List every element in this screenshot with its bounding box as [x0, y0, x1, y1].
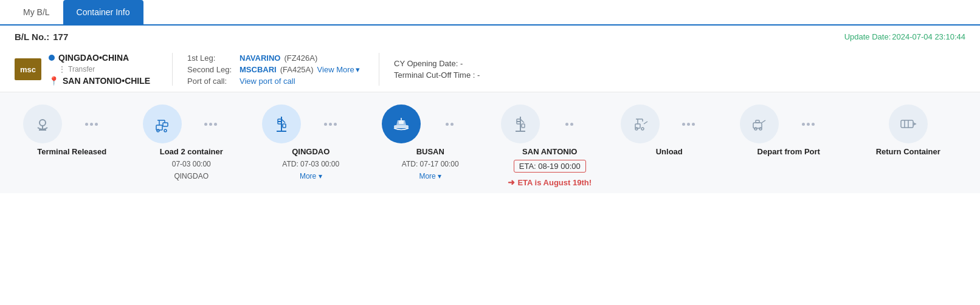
dots-after-qingdao — [301, 123, 359, 126]
san-antonio-eta-box: ETA: 08-19 00:00 — [514, 160, 586, 173]
leg2-vessel-link[interactable]: MSCBARI — [240, 65, 277, 74]
node-terminal-released: Terminal Released — [23, 105, 120, 156]
timeline-section: Terminal Released — [0, 92, 980, 193]
terminal-released-circle — [23, 105, 62, 143]
tab-container-info[interactable]: Container Info — [63, 0, 143, 24]
header-row: B/L No.: 177 Update Date: 2024-07-04 23:… — [0, 26, 980, 47]
load-container-sub2: QINGDAO — [174, 172, 209, 180]
view-more-link[interactable]: View More ▾ — [317, 65, 360, 74]
busan-label: BUSAN — [416, 147, 444, 156]
svg-rect-13 — [283, 124, 286, 128]
node-busan: BUSAN ATD: 07-17 00:00 More ▾ — [382, 105, 479, 180]
leg1-label: 1st Leg: — [187, 53, 236, 63]
origin-name: QINGDAO•CHINA — [58, 53, 129, 63]
leg2-code: (FA425A) — [280, 65, 314, 74]
depart-label: Depart from Port — [757, 147, 820, 156]
dots-after-load — [182, 123, 240, 126]
update-date-value: 2024-07-04 23:10:44 — [892, 32, 965, 41]
node-return-container: Return Container — [860, 105, 957, 156]
node-san-antonio: SAN ANTONIO ETA: 08-19 00:00 ➜ ETA is Au… — [501, 105, 598, 187]
update-date-label: Update Date: — [844, 32, 891, 41]
busan-sub: ATD: 07-17 00:00 — [402, 160, 459, 168]
unload-label: Unload — [656, 147, 683, 156]
san-antonio-label: SAN ANTONIO — [522, 147, 577, 156]
svg-rect-14 — [394, 125, 409, 128]
terminal-released-label: Terminal Released — [37, 147, 106, 156]
dots-after-busan — [421, 123, 479, 126]
cutoff-block: CY Opening Date: - Terminal Cut-Off Time… — [379, 53, 494, 86]
qingdao-more-link[interactable]: More ▾ — [300, 172, 322, 180]
svg-point-7 — [157, 129, 159, 132]
dots-after-terminal — [62, 123, 120, 126]
svg-point-0 — [40, 120, 46, 126]
svg-line-30 — [762, 120, 765, 123]
load-container-circle — [143, 105, 182, 143]
leg1-row: 1st Leg: NAVARINO (FZ426A) — [187, 53, 364, 63]
view-port-of-call-link[interactable]: View port of call — [240, 77, 295, 86]
cy-opening-row: CY Opening Date: - — [394, 59, 480, 68]
terminal-cutoff-row: Terminal Cut-Off Time : - — [394, 70, 480, 80]
eta-arrow-icon: ➜ — [508, 177, 515, 187]
transfer-label: ⋮ Transfer — [49, 65, 150, 74]
qingdao-sub: ATD: 07-03 00:00 — [282, 160, 339, 168]
node-depart: Depart from Port — [740, 105, 837, 156]
svg-point-8 — [164, 129, 167, 132]
terminal-cutoff-value: - — [477, 70, 480, 80]
leg1-vessel-link[interactable]: NAVARINO — [240, 53, 280, 63]
dots-after-san-antonio — [540, 123, 598, 126]
svg-point-32 — [759, 128, 762, 130]
carrier-logo: msc — [15, 58, 41, 80]
port-origin: QINGDAO•CHINA — [49, 53, 150, 63]
busan-more-link[interactable]: More ▾ — [419, 172, 441, 180]
svg-rect-33 — [901, 120, 913, 128]
dots-after-depart — [779, 123, 837, 126]
leg1-code: (FZ426A) — [284, 53, 317, 63]
cy-opening-value: - — [460, 59, 463, 68]
chevron-down-icon: ▾ — [356, 65, 360, 74]
origin-dot — [49, 55, 55, 61]
svg-point-27 — [641, 128, 644, 130]
unload-circle — [621, 105, 660, 143]
return-container-circle — [889, 105, 928, 143]
load-container-label: Load 2 container — [160, 147, 223, 156]
svg-point-26 — [635, 128, 638, 130]
destination-pin-icon: 📍 — [49, 76, 59, 86]
timeline-track: Terminal Released — [0, 105, 980, 187]
leg2-row: Second Leg: MSCBARI (FA425A) View More ▾ — [187, 65, 364, 74]
svg-rect-15 — [399, 120, 404, 124]
svg-rect-29 — [756, 120, 759, 123]
terminal-cutoff-label: Terminal Cut-Off Time : — [394, 70, 475, 80]
legs-block: 1st Leg: NAVARINO (FZ426A) Second Leg: M… — [173, 53, 379, 86]
route-ports: QINGDAO•CHINA ⋮ Transfer 📍 SAN ANTONIO•C… — [49, 53, 150, 86]
carrier-block: msc QINGDAO•CHINA ⋮ Transfer 📍 SAN ANTON… — [15, 53, 173, 86]
qingdao-circle — [262, 105, 301, 143]
destination-name: SAN ANTONIO•CHILE — [63, 76, 150, 86]
node-load-container: Load 2 container 07-03 00:00 QINGDAO — [143, 105, 240, 180]
dots-after-unload — [660, 123, 718, 126]
node-unload: Unload — [621, 105, 718, 156]
port-of-call-row: Port of call: View port of call — [187, 77, 364, 86]
port-of-call-label: Port of call: — [187, 77, 236, 86]
node-qingdao: QINGDAO ATD: 07-03 00:00 More ▾ — [262, 105, 359, 180]
eta-annotation-text: ETA is August 19th! — [517, 178, 592, 187]
port-destination: 📍 SAN ANTONIO•CHILE — [49, 76, 150, 86]
leg2-label: Second Leg: — [187, 65, 236, 74]
tab-bar: My B/L Container Info — [0, 0, 980, 26]
qingdao-label: QINGDAO — [292, 147, 330, 156]
depart-circle — [740, 105, 779, 143]
svg-rect-21 — [522, 124, 525, 128]
svg-point-31 — [754, 128, 757, 130]
route-section: msc QINGDAO•CHINA ⋮ Transfer 📍 SAN ANTON… — [0, 47, 980, 92]
bl-no-value: 177 — [53, 32, 68, 42]
tab-my-bl[interactable]: My B/L — [10, 0, 63, 24]
bl-no-label: B/L No.: — [15, 32, 49, 42]
cy-opening-label: CY Opening Date: — [394, 59, 458, 68]
return-container-label: Return Container — [876, 147, 940, 156]
eta-annotation: ➜ ETA is August 19th! — [508, 177, 592, 187]
svg-rect-6 — [163, 123, 168, 126]
busan-circle — [382, 105, 421, 143]
san-antonio-circle — [501, 105, 540, 143]
load-container-sub1: 07-03 00:00 — [172, 160, 211, 168]
